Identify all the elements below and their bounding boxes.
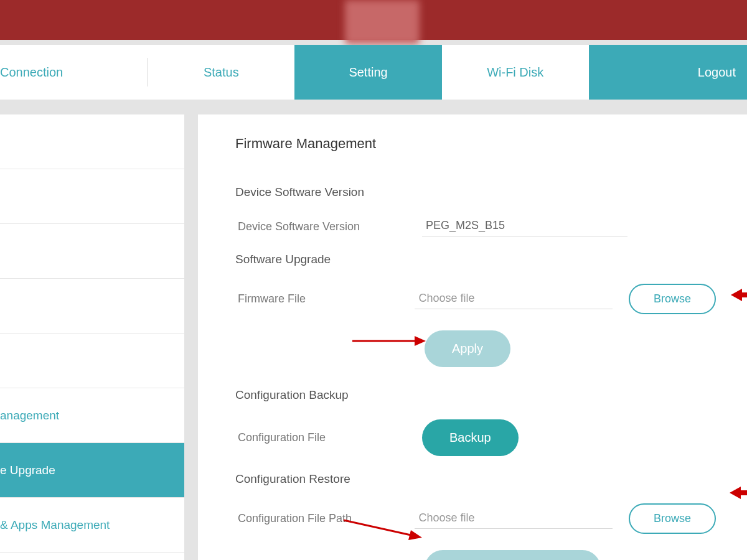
nav-connection[interactable]: Connection (0, 45, 147, 100)
restore-file-input[interactable]: Choose file (415, 509, 613, 529)
sidebar-item[interactable] (0, 114, 184, 169)
nav-label: Status (204, 65, 239, 80)
sidebar-item-upgrade[interactable]: e Upgrade (0, 443, 184, 498)
main-panel: Firmware Management Device Software Vers… (198, 114, 747, 560)
restore-path-label: Configuration File Path (235, 512, 415, 525)
backup-button[interactable]: Backup (422, 419, 519, 456)
browse-restore-button[interactable]: Browse (629, 503, 716, 534)
nav-wifi-disk[interactable]: Wi-Fi Disk (442, 45, 589, 100)
sidebar: anagement e Upgrade & Apps Management (0, 114, 184, 560)
sidebar-item[interactable] (0, 334, 184, 388)
section-restore-title: Configuration Restore (235, 472, 716, 486)
nav-bar: Connection Status Setting Wi-Fi Disk Log… (0, 45, 747, 100)
top-banner (0, 0, 747, 40)
nav-label: Setting (349, 65, 387, 80)
sidebar-item-management[interactable]: anagement (0, 388, 184, 443)
sidebar-item-apps[interactable]: & Apps Management (0, 498, 184, 553)
backup-file-label: Configuration File (235, 431, 422, 444)
page-title: Firmware Management (235, 136, 716, 152)
sidebar-item[interactable] (0, 279, 184, 334)
nav-label: Connection (0, 65, 63, 80)
apply-upgrade-button[interactable]: Apply (425, 330, 510, 367)
sidebar-item[interactable] (0, 224, 184, 279)
restore-button[interactable]: Restore Configuration (425, 550, 601, 560)
nav-status[interactable]: Status (148, 45, 294, 100)
firmware-file-label: Firmware File (235, 292, 415, 306)
version-label: Device Software Version (235, 220, 422, 233)
firmware-file-input[interactable]: Choose file (415, 289, 613, 309)
nav-label: Wi-Fi Disk (487, 65, 543, 80)
nav-label: Logout (698, 65, 736, 80)
nav-logout[interactable]: Logout (589, 45, 747, 100)
section-backup-title: Configuration Backup (235, 388, 716, 402)
sidebar-item[interactable] (0, 169, 184, 224)
nav-setting[interactable]: Setting (294, 45, 441, 100)
section-upgrade-title: Software Upgrade (235, 253, 716, 266)
browse-firmware-button[interactable]: Browse (629, 284, 716, 314)
version-value: PEG_M2S_B15 (422, 217, 627, 236)
logo-placeholder (345, 0, 420, 45)
section-version-title: Device Software Version (235, 185, 716, 199)
